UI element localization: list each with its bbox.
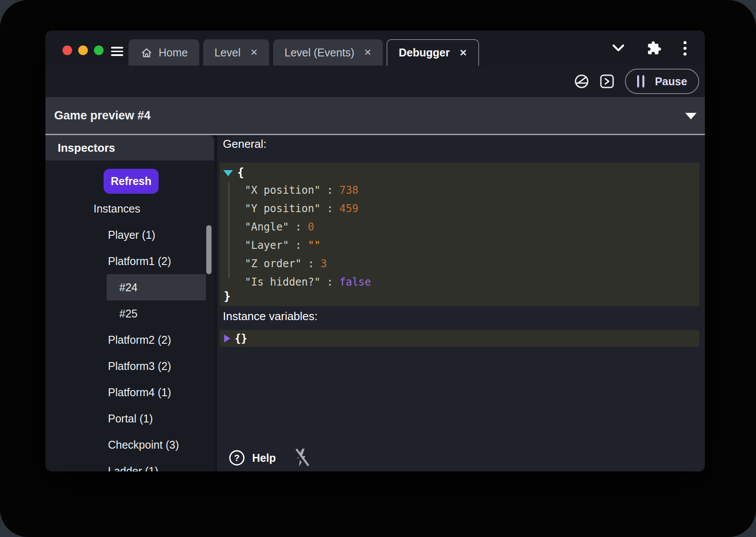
general-label: General: — [223, 137, 267, 151]
inspectors-sidebar: Inspectors Refresh InstancesPlayer (1)Pl… — [45, 135, 214, 471]
inspector-panel: General: { "X position" : 738"Y position… — [217, 135, 705, 471]
tree-item-label: Ladder (1) — [108, 465, 158, 472]
json-key: "Angle" — [245, 221, 289, 233]
profiler-gauge-icon[interactable] — [574, 74, 589, 89]
tab-label: Level — [215, 46, 241, 59]
close-window-button[interactable] — [62, 45, 72, 55]
tree-item-label: Platform4 (1) — [108, 386, 171, 399]
json-colon: : — [320, 202, 339, 215]
tree-item-label: #25 — [119, 307, 138, 320]
tree-item-label: Portal (1) — [108, 412, 153, 425]
json-value: 459 — [340, 202, 358, 215]
inspectors-header: Inspectors — [45, 135, 214, 160]
auto-refresh-off-icon[interactable] — [293, 448, 309, 467]
pause-button[interactable]: Pause — [625, 69, 699, 94]
json-colon: : — [320, 184, 339, 196]
tree-item-platform2-2[interactable]: Platform2 (2) — [45, 327, 214, 353]
pause-button-label: Pause — [655, 75, 687, 88]
json-value: 738 — [340, 184, 358, 196]
json-key: "Z order" — [245, 258, 302, 270]
tab-home[interactable]: Home — [128, 39, 199, 66]
json-entry: "Layer" : "" — [245, 236, 371, 255]
help-label: Help — [252, 452, 276, 464]
panel-divider — [214, 135, 217, 471]
svg-text:?: ? — [234, 453, 240, 463]
traffic-lights — [62, 45, 104, 55]
json-entry: "Angle" : 0 — [245, 218, 371, 236]
instance-variables-value: {} — [235, 330, 247, 347]
general-json-view: { "X position" : 738"Y position" : 459"A… — [220, 163, 699, 306]
json-colon: : — [289, 239, 308, 251]
tab-close-icon[interactable]: ✕ — [459, 48, 467, 58]
tree-item-ladder-1[interactable]: Ladder (1) — [45, 458, 214, 471]
tree-item-platform4-1[interactable]: Platform4 (1) — [45, 379, 214, 405]
json-open-brace: { — [237, 166, 244, 179]
tab-close-icon[interactable]: ✕ — [364, 47, 372, 58]
titlebar: HomeLevel✕Level (Events)✕Debugger✕ — [45, 31, 705, 66]
tab-label: Level (Events) — [284, 46, 354, 59]
json-colon: : — [289, 221, 308, 233]
debugger-window: HomeLevel✕Level (Events)✕Debugger✕ — [45, 31, 705, 471]
json-value: "" — [308, 239, 321, 251]
tree-item-#24[interactable]: #24 — [45, 274, 214, 300]
collapse-closed-arrow-icon[interactable] — [224, 335, 230, 342]
json-key: "X position" — [245, 184, 320, 196]
instance-variables-label: Instance variables: — [223, 310, 318, 323]
debugger-toolbar: Pause — [45, 66, 705, 97]
json-entry: "Y position" : 459 — [245, 199, 371, 218]
json-value: 0 — [308, 221, 314, 233]
json-colon: : — [320, 276, 339, 288]
debugger-panels: Inspectors Refresh InstancesPlayer (1)Pl… — [45, 135, 705, 471]
titlebar-actions — [612, 31, 687, 66]
tab-bar: HomeLevel✕Level (Events)✕Debugger✕ — [128, 39, 479, 66]
json-value: 3 — [320, 258, 326, 270]
json-entry: "X position" : 738 — [245, 181, 371, 199]
minimize-window-button[interactable] — [78, 45, 88, 55]
game-preview-title: Game preview #4 — [54, 97, 151, 134]
tree-item-#25[interactable]: #25 — [45, 300, 214, 327]
tab-label: Home — [159, 46, 188, 59]
refresh-button[interactable]: Refresh — [104, 169, 159, 194]
tree-item-label: #24 — [119, 281, 138, 294]
tree-item-platform1-2[interactable]: Platform1 (2) — [45, 248, 214, 274]
game-preview-selector[interactable]: Game preview #4 — [45, 97, 705, 134]
tab-label: Debugger — [399, 46, 450, 59]
json-entries: "X position" : 738"Y position" : 459"Ang… — [245, 181, 371, 291]
tree-item-label: Instances — [94, 202, 140, 215]
home-icon — [141, 47, 153, 58]
json-entry: "Z order" : 3 — [245, 255, 371, 273]
json-key: "Y position" — [245, 202, 320, 215]
hamburger-menu-icon[interactable] — [111, 47, 123, 56]
json-value: false — [340, 276, 371, 288]
tab-close-icon[interactable]: ✕ — [250, 47, 258, 58]
zoom-window-button[interactable] — [94, 45, 104, 55]
more-menu-icon[interactable] — [683, 41, 687, 56]
tab-level-events[interactable]: Level (Events)✕ — [273, 39, 383, 66]
tree-item-label: Checkpoint (3) — [108, 439, 179, 451]
help-icon[interactable]: ? — [229, 450, 245, 466]
tab-debugger[interactable]: Debugger✕ — [387, 39, 479, 66]
tree-item-label: Platform3 (2) — [108, 360, 171, 373]
json-colon: : — [302, 258, 320, 270]
tree-item-instances[interactable]: Instances — [45, 195, 214, 222]
tree-item-label: Player (1) — [108, 229, 155, 241]
extensions-puzzle-icon[interactable] — [647, 41, 662, 56]
json-key: "Layer" — [245, 239, 289, 251]
chevron-down-icon[interactable] — [612, 42, 625, 54]
instance-variables-json-view: {} — [220, 330, 699, 347]
console-icon[interactable] — [600, 74, 614, 88]
inspectors-header-label: Inspectors — [58, 141, 115, 155]
tree-item-platform3-2[interactable]: Platform3 (2) — [45, 353, 214, 379]
json-key: "Is hidden?" — [245, 276, 320, 288]
tree-item-player-1[interactable]: Player (1) — [45, 222, 214, 248]
tree-item-checkpoint-3[interactable]: Checkpoint (3) — [45, 432, 214, 458]
tree-item-portal-1[interactable]: Portal (1) — [45, 405, 214, 432]
tab-level[interactable]: Level✕ — [203, 39, 269, 66]
instances-tree: Refresh InstancesPlayer (1)Platform1 (2)… — [45, 160, 214, 471]
json-close-brace: } — [224, 289, 231, 303]
tree-item-label: Platform1 (2) — [108, 255, 171, 268]
json-indent-guide — [229, 183, 229, 278]
collapse-open-arrow-icon[interactable] — [223, 170, 233, 176]
dropdown-arrow-icon[interactable] — [685, 113, 697, 119]
tree-item-label: Platform2 (2) — [108, 334, 171, 346]
